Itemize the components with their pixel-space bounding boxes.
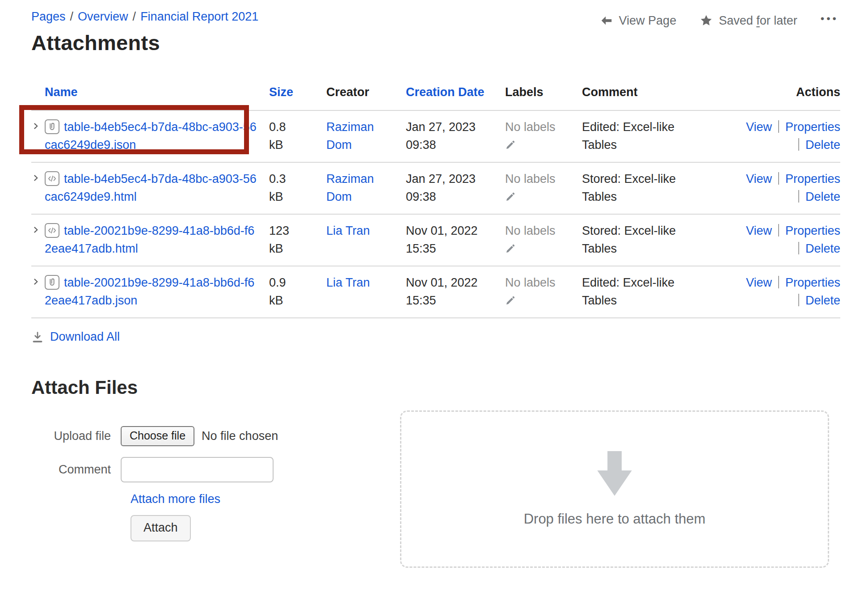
action-separator	[778, 224, 779, 237]
drop-arrow-icon	[590, 451, 640, 496]
creator-link[interactable]: Lia Tran	[326, 224, 370, 237]
view-page-label: View Page	[619, 14, 677, 28]
breadcrumb-pages[interactable]: Pages	[31, 10, 66, 23]
edit-labels-pencil-icon[interactable]	[505, 243, 571, 254]
file-dropzone[interactable]: Drop files here to attach them	[400, 410, 829, 568]
table-row: table-20021b9e-8299-41a8-bb6d-f62eae417a…	[31, 266, 840, 318]
column-header-name[interactable]: Name	[31, 85, 269, 110]
saved-for-later-button[interactable]: Saved for later	[699, 14, 797, 28]
attachment-name-cell: table-20021b9e-8299-41a8-bb6d-f62eae417a…	[31, 215, 269, 266]
expand-chevron-icon[interactable]	[31, 122, 40, 131]
delete-action[interactable]: Delete	[805, 138, 840, 152]
dropzone-text: Drop files here to attach them	[524, 511, 706, 527]
code-icon	[45, 223, 59, 238]
expand-chevron-icon[interactable]	[31, 173, 40, 182]
column-header-creation-date[interactable]: Creation Date	[406, 85, 505, 110]
edit-labels-pencil-icon[interactable]	[505, 295, 571, 306]
column-header-comment: Comment	[582, 85, 712, 110]
delete-action[interactable]: Delete	[805, 190, 840, 203]
delete-action[interactable]: Delete	[805, 294, 840, 307]
table-row: table-20021b9e-8299-41a8-bb6d-f62eae417a…	[31, 214, 840, 266]
action-separator	[798, 242, 799, 254]
creator-cell: Raziman Dom	[326, 163, 406, 214]
attachment-file-link[interactable]: table-20021b9e-8299-41a8-bb6d-f62eae417a…	[45, 224, 254, 255]
expand-chevron-icon[interactable]	[31, 277, 40, 286]
properties-action[interactable]: Properties	[785, 276, 840, 289]
size-cell: 0.9kB	[269, 266, 326, 317]
attach-more-files-link[interactable]: Attach more files	[131, 492, 220, 506]
paperclip-icon	[45, 275, 59, 290]
labels-cell: No labels	[505, 215, 582, 266]
comment-cell: Stored: Excel-like Tables	[582, 215, 712, 266]
labels-cell: No labels	[505, 266, 582, 317]
choose-file-button[interactable]: Choose file	[121, 426, 194, 446]
labels-cell: No labels	[505, 111, 582, 162]
file-input: Choose file No file chosen	[121, 426, 278, 446]
table-row: table-b4eb5ec4-b7da-48bc-a903-56cac6249d…	[31, 110, 840, 162]
creator-cell: Lia Tran	[326, 266, 406, 317]
creation-date-cell: Jan 27, 202309:38	[406, 163, 505, 214]
column-header-size[interactable]: Size	[269, 85, 326, 110]
star-icon	[699, 14, 713, 27]
attachment-name-cell: table-b4eb5ec4-b7da-48bc-a903-56cac6249d…	[31, 111, 269, 162]
action-separator	[778, 172, 779, 185]
breadcrumb-overview[interactable]: Overview	[78, 10, 128, 23]
column-header-actions: Actions	[712, 85, 840, 110]
creation-date-cell: Jan 27, 202309:38	[406, 111, 505, 162]
properties-action[interactable]: Properties	[785, 120, 840, 134]
attach-files-title: Attach Files	[31, 377, 840, 398]
attachment-file-link[interactable]: table-b4eb5ec4-b7da-48bc-a903-56cac6249d…	[45, 172, 257, 203]
paperclip-icon	[45, 119, 59, 134]
properties-action[interactable]: Properties	[785, 172, 840, 186]
download-all: Download All	[31, 330, 840, 344]
breadcrumb-financial-report[interactable]: Financial Report 2021	[140, 10, 258, 23]
attachment-name-cell: table-20021b9e-8299-41a8-bb6d-f62eae417a…	[31, 266, 269, 317]
actions-cell: ViewProperties Delete	[712, 215, 840, 266]
page-title: Attachments	[31, 30, 840, 55]
back-arrow-icon	[600, 14, 613, 27]
creator-cell: Raziman Dom	[326, 111, 406, 162]
creation-date-cell: Nov 01, 202215:35	[406, 215, 505, 266]
actions-cell: ViewProperties Delete	[712, 111, 840, 162]
upload-file-label: Upload file	[31, 429, 121, 443]
expand-chevron-icon[interactable]	[31, 225, 40, 234]
column-header-creator: Creator	[326, 85, 406, 110]
breadcrumb-separator: /	[133, 10, 136, 23]
comment-cell: Edited: Excel-like Tables	[582, 266, 712, 317]
delete-action[interactable]: Delete	[805, 242, 840, 255]
action-separator	[798, 190, 799, 203]
comment-label: Comment	[31, 463, 121, 477]
creation-date-cell: Nov 01, 202215:35	[406, 266, 505, 317]
download-all-link[interactable]: Download All	[50, 330, 120, 344]
attach-button[interactable]: Attach	[131, 515, 191, 541]
view-action[interactable]: View	[746, 172, 772, 186]
table-row: table-b4eb5ec4-b7da-48bc-a903-56cac6249d…	[31, 162, 840, 214]
size-cell: 0.8kB	[269, 111, 326, 162]
edit-labels-pencil-icon[interactable]	[505, 191, 571, 202]
attachment-name-cell: table-b4eb5ec4-b7da-48bc-a903-56cac6249d…	[31, 163, 269, 214]
view-action[interactable]: View	[746, 224, 772, 237]
size-cell: 0.3kB	[269, 163, 326, 214]
edit-labels-pencil-icon[interactable]	[505, 139, 571, 150]
table-header-row: Name Size Creator Creation Date Labels C…	[31, 76, 840, 110]
attachments-page: Pages/Overview/Financial Report 2021 Vie…	[0, 0, 868, 600]
creator-link[interactable]: Raziman Dom	[326, 120, 374, 152]
comment-input[interactable]	[121, 457, 274, 482]
more-options-button[interactable]: •••	[821, 13, 839, 29]
creator-cell: Lia Tran	[326, 215, 406, 266]
attachment-file-link[interactable]: table-b4eb5ec4-b7da-48bc-a903-56cac6249d…	[45, 120, 257, 152]
view-action[interactable]: View	[746, 120, 772, 134]
no-file-chosen-text: No file chosen	[202, 429, 278, 443]
action-separator	[798, 294, 799, 306]
properties-action[interactable]: Properties	[785, 224, 840, 237]
creator-link[interactable]: Raziman Dom	[326, 172, 374, 203]
attachment-file-link[interactable]: table-20021b9e-8299-41a8-bb6d-f62eae417a…	[45, 276, 254, 307]
comment-cell: Stored: Excel-like Tables	[582, 163, 712, 214]
download-icon	[31, 331, 44, 343]
saved-for-later-label: Saved for later	[719, 14, 797, 28]
creator-link[interactable]: Lia Tran	[326, 276, 370, 289]
labels-cell: No labels	[505, 163, 582, 214]
view-action[interactable]: View	[746, 276, 772, 289]
size-cell: 123kB	[269, 215, 326, 266]
view-page-button[interactable]: View Page	[600, 14, 677, 28]
